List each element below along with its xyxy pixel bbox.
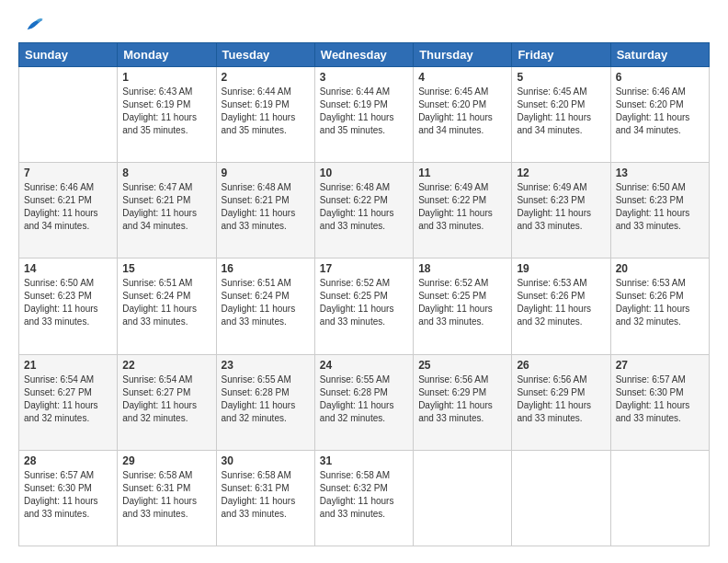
calendar-cell: 7Sunrise: 6:46 AMSunset: 6:21 PMDaylight…: [19, 163, 118, 259]
calendar-cell: 1Sunrise: 6:43 AMSunset: 6:19 PMDaylight…: [118, 67, 216, 163]
day-number: 2: [222, 71, 310, 84]
calendar-cell: 31Sunrise: 6:58 AMSunset: 6:32 PMDayligh…: [314, 450, 413, 546]
calendar-header-wednesday: Wednesday: [314, 43, 413, 67]
day-info: Sunrise: 6:51 AMSunset: 6:24 PMDaylight:…: [122, 277, 210, 328]
calendar-cell: 12Sunrise: 6:49 AMSunset: 6:23 PMDayligh…: [512, 163, 610, 259]
day-info: Sunrise: 6:50 AMSunset: 6:23 PMDaylight:…: [24, 277, 112, 328]
day-info: Sunrise: 6:44 AMSunset: 6:19 PMDaylight:…: [320, 86, 408, 137]
day-info: Sunrise: 6:52 AMSunset: 6:25 PMDaylight:…: [418, 277, 506, 328]
day-number: 16: [222, 262, 310, 275]
calendar-cell: 28Sunrise: 6:57 AMSunset: 6:30 PMDayligh…: [19, 450, 118, 546]
logo: [18, 17, 44, 33]
calendar-cell: 9Sunrise: 6:48 AMSunset: 6:21 PMDaylight…: [216, 163, 314, 259]
calendar-header-row: SundayMondayTuesdayWednesdayThursdayFrid…: [19, 43, 710, 67]
day-number: 24: [320, 359, 408, 372]
calendar-cell: 11Sunrise: 6:49 AMSunset: 6:22 PMDayligh…: [414, 163, 512, 259]
day-number: 11: [418, 167, 506, 179]
day-number: 9: [222, 167, 310, 179]
day-number: 1: [122, 71, 210, 84]
calendar-cell: 3Sunrise: 6:44 AMSunset: 6:19 PMDaylight…: [314, 67, 413, 163]
calendar-cell: 13Sunrise: 6:50 AMSunset: 6:23 PMDayligh…: [610, 163, 709, 259]
calendar-cell: 25Sunrise: 6:56 AMSunset: 6:29 PMDayligh…: [414, 354, 512, 450]
calendar-cell: 30Sunrise: 6:58 AMSunset: 6:31 PMDayligh…: [216, 450, 314, 546]
calendar-header-monday: Monday: [118, 43, 216, 67]
day-number: 21: [24, 359, 112, 372]
day-info: Sunrise: 6:58 AMSunset: 6:32 PMDaylight:…: [320, 469, 408, 521]
calendar-week-4: 21Sunrise: 6:54 AMSunset: 6:27 PMDayligh…: [19, 354, 710, 450]
day-number: 3: [320, 71, 408, 84]
day-number: 13: [616, 167, 704, 179]
calendar-cell: 4Sunrise: 6:45 AMSunset: 6:20 PMDaylight…: [414, 67, 512, 163]
day-info: Sunrise: 6:55 AMSunset: 6:28 PMDaylight:…: [222, 373, 310, 425]
day-info: Sunrise: 6:53 AMSunset: 6:26 PMDaylight:…: [616, 277, 704, 328]
calendar-cell: 5Sunrise: 6:45 AMSunset: 6:20 PMDaylight…: [512, 67, 610, 163]
day-info: Sunrise: 6:56 AMSunset: 6:29 PMDaylight:…: [517, 373, 605, 425]
calendar-cell: [610, 450, 709, 546]
day-number: 19: [517, 262, 605, 275]
day-number: 4: [418, 71, 506, 84]
calendar-cell: 10Sunrise: 6:48 AMSunset: 6:22 PMDayligh…: [314, 163, 413, 259]
calendar-week-1: 1Sunrise: 6:43 AMSunset: 6:19 PMDaylight…: [19, 67, 710, 163]
calendar: SundayMondayTuesdayWednesdayThursdayFrid…: [18, 42, 710, 546]
day-info: Sunrise: 6:51 AMSunset: 6:24 PMDaylight:…: [222, 277, 310, 328]
day-number: 8: [122, 167, 210, 179]
calendar-header-tuesday: Tuesday: [216, 43, 314, 67]
day-number: 29: [122, 454, 210, 467]
day-number: 6: [616, 71, 704, 84]
calendar-header-saturday: Saturday: [610, 43, 709, 67]
calendar-week-2: 7Sunrise: 6:46 AMSunset: 6:21 PMDaylight…: [19, 163, 710, 259]
day-info: Sunrise: 6:54 AMSunset: 6:27 PMDaylight:…: [24, 373, 112, 425]
day-number: 12: [517, 167, 605, 179]
day-info: Sunrise: 6:50 AMSunset: 6:23 PMDaylight:…: [616, 181, 704, 233]
calendar-header-friday: Friday: [512, 43, 610, 67]
calendar-cell: 22Sunrise: 6:54 AMSunset: 6:27 PMDayligh…: [118, 354, 216, 450]
calendar-cell: [19, 67, 118, 163]
calendar-cell: 19Sunrise: 6:53 AMSunset: 6:26 PMDayligh…: [512, 259, 610, 354]
day-info: Sunrise: 6:43 AMSunset: 6:19 PMDaylight:…: [122, 86, 210, 137]
day-info: Sunrise: 6:58 AMSunset: 6:31 PMDaylight:…: [222, 469, 310, 521]
day-info: Sunrise: 6:57 AMSunset: 6:30 PMDaylight:…: [24, 469, 112, 521]
calendar-week-5: 28Sunrise: 6:57 AMSunset: 6:30 PMDayligh…: [19, 450, 710, 546]
day-number: 10: [320, 167, 408, 179]
day-number: 31: [320, 454, 408, 467]
calendar-cell: 23Sunrise: 6:55 AMSunset: 6:28 PMDayligh…: [216, 354, 314, 450]
day-info: Sunrise: 6:53 AMSunset: 6:26 PMDaylight:…: [517, 277, 605, 328]
day-number: 30: [222, 454, 310, 467]
day-info: Sunrise: 6:57 AMSunset: 6:30 PMDaylight:…: [616, 373, 704, 425]
day-number: 23: [222, 359, 310, 372]
logo-bird-icon: [24, 17, 44, 33]
calendar-cell: 14Sunrise: 6:50 AMSunset: 6:23 PMDayligh…: [19, 259, 118, 354]
calendar-header-sunday: Sunday: [19, 43, 118, 67]
day-number: 20: [616, 262, 704, 275]
calendar-cell: 27Sunrise: 6:57 AMSunset: 6:30 PMDayligh…: [610, 354, 709, 450]
day-info: Sunrise: 6:46 AMSunset: 6:21 PMDaylight:…: [24, 181, 112, 233]
day-number: 5: [517, 71, 605, 84]
day-info: Sunrise: 6:52 AMSunset: 6:25 PMDaylight:…: [320, 277, 408, 328]
day-info: Sunrise: 6:44 AMSunset: 6:19 PMDaylight:…: [222, 86, 310, 137]
day-number: 7: [24, 167, 112, 179]
calendar-cell: 8Sunrise: 6:47 AMSunset: 6:21 PMDaylight…: [118, 163, 216, 259]
day-info: Sunrise: 6:55 AMSunset: 6:28 PMDaylight:…: [320, 373, 408, 425]
day-info: Sunrise: 6:56 AMSunset: 6:29 PMDaylight:…: [418, 373, 506, 425]
calendar-cell: 15Sunrise: 6:51 AMSunset: 6:24 PMDayligh…: [118, 259, 216, 354]
calendar-week-3: 14Sunrise: 6:50 AMSunset: 6:23 PMDayligh…: [19, 259, 710, 354]
day-number: 17: [320, 262, 408, 275]
page: SundayMondayTuesdayWednesdayThursdayFrid…: [0, 0, 728, 563]
calendar-cell: 17Sunrise: 6:52 AMSunset: 6:25 PMDayligh…: [314, 259, 413, 354]
calendar-cell: 29Sunrise: 6:58 AMSunset: 6:31 PMDayligh…: [118, 450, 216, 546]
calendar-cell: 2Sunrise: 6:44 AMSunset: 6:19 PMDaylight…: [216, 67, 314, 163]
day-info: Sunrise: 6:58 AMSunset: 6:31 PMDaylight:…: [122, 469, 210, 521]
day-number: 28: [24, 454, 112, 467]
calendar-cell: [414, 450, 512, 546]
day-info: Sunrise: 6:47 AMSunset: 6:21 PMDaylight:…: [122, 181, 210, 233]
calendar-header-thursday: Thursday: [414, 43, 512, 67]
day-info: Sunrise: 6:48 AMSunset: 6:22 PMDaylight:…: [320, 181, 408, 233]
day-info: Sunrise: 6:48 AMSunset: 6:21 PMDaylight:…: [222, 181, 310, 233]
day-info: Sunrise: 6:54 AMSunset: 6:27 PMDaylight:…: [122, 373, 210, 425]
day-info: Sunrise: 6:45 AMSunset: 6:20 PMDaylight:…: [418, 86, 506, 137]
calendar-cell: 18Sunrise: 6:52 AMSunset: 6:25 PMDayligh…: [414, 259, 512, 354]
calendar-cell: 20Sunrise: 6:53 AMSunset: 6:26 PMDayligh…: [610, 259, 709, 354]
day-number: 27: [616, 359, 704, 372]
header: [18, 17, 710, 33]
day-info: Sunrise: 6:46 AMSunset: 6:20 PMDaylight:…: [616, 86, 704, 137]
